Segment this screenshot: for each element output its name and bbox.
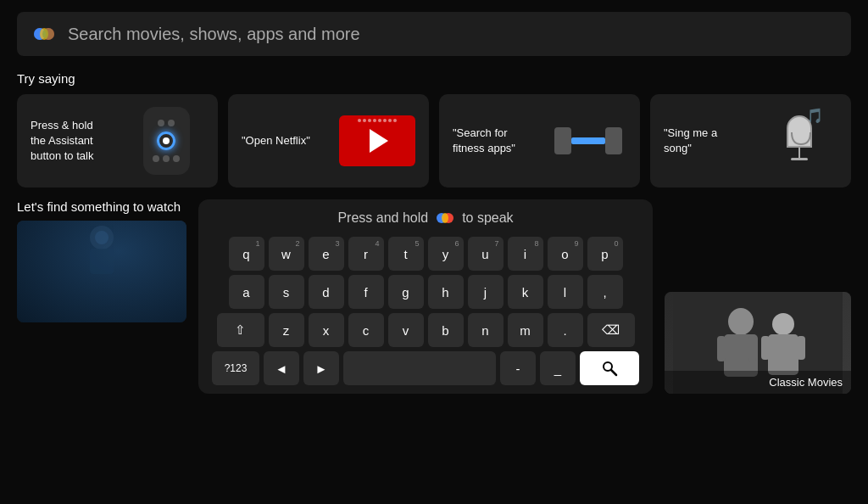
- key-g[interactable]: g: [388, 275, 424, 309]
- key-shift[interactable]: ⇧: [217, 313, 264, 347]
- key-y[interactable]: y6: [428, 237, 464, 271]
- key-r[interactable]: r4: [348, 237, 384, 271]
- svg-point-7: [95, 231, 108, 244]
- find-section-left: Let's find something to watch Anime Movi…: [17, 199, 186, 322]
- assistant-mic-icon: [435, 208, 455, 228]
- try-card-open-netflix[interactable]: "Open Netflix": [228, 94, 429, 188]
- search-icon: [601, 360, 618, 377]
- netflix-illustration: [339, 107, 415, 175]
- key-s[interactable]: s: [269, 275, 304, 309]
- keyboard-header: Press and hold to speak: [210, 208, 641, 228]
- search-bar[interactable]: Search movies, shows, apps and more: [17, 12, 851, 56]
- svg-point-18: [772, 313, 794, 335]
- key-comma[interactable]: ,: [587, 275, 623, 309]
- try-card-sing-song[interactable]: "Sing me asong" 🎵: [650, 94, 851, 188]
- key-search[interactable]: [580, 351, 639, 385]
- key-f[interactable]: f: [348, 275, 384, 309]
- key-j[interactable]: j: [468, 275, 504, 309]
- key-h[interactable]: h: [428, 275, 464, 309]
- keyboard-rows: q1 w2 e3 r4 t5 y6 u7 i8 o9 p0 a s d f g …: [210, 237, 641, 385]
- svg-rect-6: [90, 249, 114, 274]
- key-m[interactable]: m: [508, 313, 543, 347]
- key-l[interactable]: l: [548, 275, 583, 309]
- key-left[interactable]: ◄: [264, 351, 299, 385]
- svg-point-10: [442, 213, 448, 223]
- key-z[interactable]: z: [269, 313, 304, 347]
- keyboard-container: Press and hold to speak q1 w2 e3 r4 t5 y…: [198, 199, 653, 394]
- key-c[interactable]: c: [348, 313, 384, 347]
- try-card-sing-text: "Sing me asong": [664, 126, 753, 156]
- key-period[interactable]: .: [548, 313, 583, 347]
- try-saying-cards: Press & holdthe Assistantbutton to talk …: [17, 94, 851, 188]
- classic-movies-card[interactable]: Classic Movies: [665, 292, 851, 394]
- key-p[interactable]: p0: [587, 237, 623, 271]
- key-v[interactable]: v: [388, 313, 424, 347]
- svg-point-14: [728, 308, 754, 335]
- svg-line-12: [611, 370, 616, 375]
- key-num-sym[interactable]: ?123: [212, 351, 259, 385]
- svg-point-4: [42, 28, 54, 40]
- key-i[interactable]: i8: [508, 237, 543, 271]
- search-input-placeholder: Search movies, shows, apps and more: [68, 25, 837, 44]
- find-section: Let's find something to watch Anime Movi…: [17, 199, 851, 394]
- svg-rect-20: [761, 336, 770, 360]
- try-card-fitness-apps[interactable]: "Search forfitness apps": [439, 94, 640, 188]
- try-card-press-hold-text: Press & holdthe Assistantbutton to talk: [31, 118, 120, 165]
- svg-rect-17: [748, 336, 756, 361]
- remote-illustration: [128, 107, 204, 175]
- keyboard-row-4: ?123 ◄ ► - _: [210, 351, 641, 385]
- key-t[interactable]: t5: [388, 237, 424, 271]
- key-d[interactable]: d: [309, 275, 344, 309]
- try-card-open-netflix-text: "Open Netflix": [242, 133, 331, 148]
- key-q[interactable]: q1: [229, 237, 264, 271]
- dumbbell-illustration: [550, 107, 626, 175]
- svg-rect-16: [717, 336, 726, 361]
- key-a[interactable]: a: [229, 275, 264, 309]
- microphone-illustration: 🎵: [761, 107, 837, 175]
- key-space[interactable]: [343, 351, 496, 385]
- keyboard-row-1: q1 w2 e3 r4 t5 y6 u7 i8 o9 p0: [210, 237, 641, 271]
- key-o[interactable]: o9: [548, 237, 583, 271]
- google-assistant-icon: [31, 20, 58, 48]
- anime-movies-card[interactable]: Anime Movies: [17, 221, 186, 322]
- key-x[interactable]: x: [309, 313, 344, 347]
- keyboard-row-2: a s d f g h j k l ,: [210, 275, 641, 309]
- key-backspace[interactable]: ⌫: [587, 313, 635, 347]
- key-u[interactable]: u7: [468, 237, 504, 271]
- key-e[interactable]: e3: [309, 237, 344, 271]
- svg-rect-21: [797, 336, 805, 360]
- classic-movies-label: Classic Movies: [665, 371, 851, 394]
- key-n[interactable]: n: [468, 313, 504, 347]
- try-saying-label: Try saying: [17, 71, 851, 86]
- key-underscore[interactable]: _: [540, 351, 576, 385]
- key-w[interactable]: w2: [269, 237, 304, 271]
- svg-rect-19: [768, 334, 798, 375]
- try-card-fitness-text: "Search forfitness apps": [453, 126, 542, 156]
- key-hyphen[interactable]: -: [500, 351, 536, 385]
- try-card-press-hold[interactable]: Press & holdthe Assistantbutton to talk: [17, 94, 218, 188]
- key-k[interactable]: k: [508, 275, 543, 309]
- key-right[interactable]: ►: [303, 351, 339, 385]
- anime-figure-illustration: [76, 225, 127, 284]
- find-label: Let's find something to watch: [17, 199, 186, 214]
- keyboard-row-3: ⇧ z x c v b n m . ⌫: [210, 313, 641, 347]
- key-b[interactable]: b: [428, 313, 464, 347]
